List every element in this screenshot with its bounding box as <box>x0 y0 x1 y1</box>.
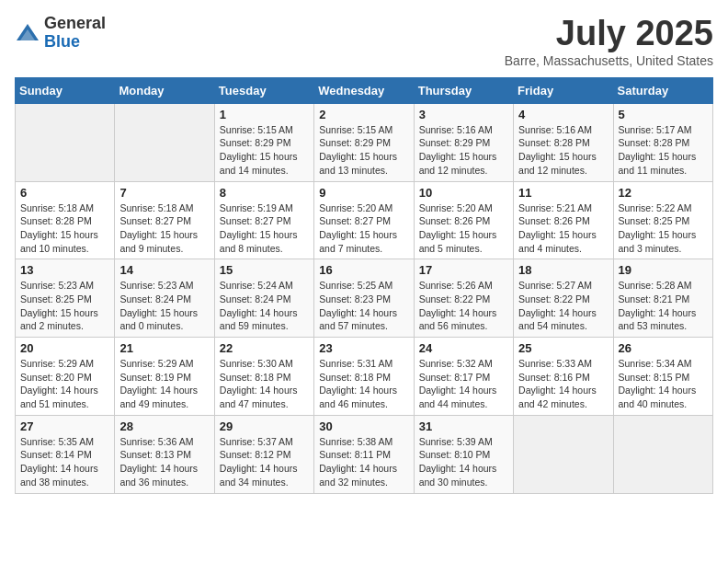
day-number: 25 <box>518 341 608 355</box>
calendar-week-row: 27Sunrise: 5:35 AMSunset: 8:14 PMDayligh… <box>16 415 713 493</box>
calendar-week-row: 6Sunrise: 5:18 AMSunset: 8:28 PMDaylight… <box>16 181 713 259</box>
calendar-cell: 7Sunrise: 5:18 AMSunset: 8:27 PMDaylight… <box>115 181 214 259</box>
day-info: Sunrise: 5:36 AMSunset: 8:13 PMDaylight:… <box>119 435 209 489</box>
day-info: Sunrise: 5:28 AMSunset: 8:21 PMDaylight:… <box>619 279 708 333</box>
calendar-header-row: SundayMondayTuesdayWednesdayThursdayFrid… <box>16 77 713 103</box>
day-number: 31 <box>419 419 508 433</box>
weekday-header-monday: Monday <box>115 77 214 103</box>
day-number: 14 <box>119 263 209 277</box>
calendar-cell: 23Sunrise: 5:31 AMSunset: 8:18 PMDayligh… <box>314 338 414 416</box>
day-info: Sunrise: 5:37 AMSunset: 8:12 PMDaylight:… <box>220 435 309 489</box>
day-number: 12 <box>619 186 708 200</box>
day-info: Sunrise: 5:15 AMSunset: 8:29 PMDaylight:… <box>319 123 408 178</box>
day-info: Sunrise: 5:39 AMSunset: 8:10 PMDaylight:… <box>419 435 508 489</box>
day-info: Sunrise: 5:16 AMSunset: 8:29 PMDaylight:… <box>419 123 508 178</box>
day-info: Sunrise: 5:25 AMSunset: 8:23 PMDaylight:… <box>319 279 408 333</box>
day-info: Sunrise: 5:29 AMSunset: 8:20 PMDaylight:… <box>20 357 109 411</box>
day-number: 8 <box>220 186 309 200</box>
day-info: Sunrise: 5:20 AMSunset: 8:27 PMDaylight:… <box>319 201 408 256</box>
day-info: Sunrise: 5:23 AMSunset: 8:24 PMDaylight:… <box>119 279 209 333</box>
day-number: 21 <box>119 341 209 355</box>
day-info: Sunrise: 5:31 AMSunset: 8:18 PMDaylight:… <box>319 357 408 411</box>
calendar-cell: 6Sunrise: 5:18 AMSunset: 8:28 PMDaylight… <box>16 181 115 259</box>
calendar-cell: 10Sunrise: 5:20 AMSunset: 8:26 PMDayligh… <box>414 181 513 259</box>
day-info: Sunrise: 5:35 AMSunset: 8:14 PMDaylight:… <box>20 435 109 489</box>
day-number: 15 <box>220 263 309 277</box>
calendar-cell: 25Sunrise: 5:33 AMSunset: 8:16 PMDayligh… <box>514 338 613 416</box>
day-number: 30 <box>319 419 408 433</box>
day-number: 7 <box>119 186 209 200</box>
calendar-cell: 3Sunrise: 5:16 AMSunset: 8:29 PMDaylight… <box>414 103 513 181</box>
calendar-cell: 21Sunrise: 5:29 AMSunset: 8:19 PMDayligh… <box>115 338 214 416</box>
day-info: Sunrise: 5:32 AMSunset: 8:17 PMDaylight:… <box>419 357 508 411</box>
day-number: 9 <box>319 186 408 200</box>
day-info: Sunrise: 5:23 AMSunset: 8:25 PMDaylight:… <box>20 279 109 333</box>
day-number: 16 <box>319 263 408 277</box>
calendar-cell: 18Sunrise: 5:27 AMSunset: 8:22 PMDayligh… <box>514 259 613 338</box>
month-title: July 2025 <box>505 15 713 53</box>
calendar-cell: 27Sunrise: 5:35 AMSunset: 8:14 PMDayligh… <box>16 415 115 493</box>
day-info: Sunrise: 5:33 AMSunset: 8:16 PMDaylight:… <box>518 357 608 411</box>
calendar-cell: 9Sunrise: 5:20 AMSunset: 8:27 PMDaylight… <box>314 181 414 259</box>
day-info: Sunrise: 5:17 AMSunset: 8:28 PMDaylight:… <box>619 123 708 178</box>
calendar-table: SundayMondayTuesdayWednesdayThursdayFrid… <box>15 77 713 494</box>
weekday-header-tuesday: Tuesday <box>214 77 313 103</box>
day-number: 10 <box>419 186 508 200</box>
day-info: Sunrise: 5:15 AMSunset: 8:29 PMDaylight:… <box>220 123 309 178</box>
day-number: 22 <box>220 341 309 355</box>
calendar-cell: 28Sunrise: 5:36 AMSunset: 8:13 PMDayligh… <box>115 415 214 493</box>
calendar-cell: 2Sunrise: 5:15 AMSunset: 8:29 PMDaylight… <box>314 103 414 181</box>
calendar-cell: 16Sunrise: 5:25 AMSunset: 8:23 PMDayligh… <box>314 259 414 338</box>
calendar-cell: 24Sunrise: 5:32 AMSunset: 8:17 PMDayligh… <box>414 338 513 416</box>
logo: General Blue <box>15 15 106 52</box>
calendar-cell: 26Sunrise: 5:34 AMSunset: 8:15 PMDayligh… <box>613 338 712 416</box>
calendar-cell: 19Sunrise: 5:28 AMSunset: 8:21 PMDayligh… <box>613 259 712 338</box>
day-number: 19 <box>619 263 708 277</box>
logo-general: General <box>44 15 106 33</box>
day-info: Sunrise: 5:24 AMSunset: 8:24 PMDaylight:… <box>220 279 309 333</box>
day-number: 3 <box>419 108 508 121</box>
day-info: Sunrise: 5:22 AMSunset: 8:25 PMDaylight:… <box>619 201 708 256</box>
day-number: 13 <box>20 263 109 277</box>
calendar-week-row: 13Sunrise: 5:23 AMSunset: 8:25 PMDayligh… <box>16 259 713 338</box>
calendar-week-row: 1Sunrise: 5:15 AMSunset: 8:29 PMDaylight… <box>16 103 713 181</box>
day-number: 18 <box>518 263 608 277</box>
calendar-cell: 8Sunrise: 5:19 AMSunset: 8:27 PMDaylight… <box>214 181 313 259</box>
calendar-cell: 1Sunrise: 5:15 AMSunset: 8:29 PMDaylight… <box>214 103 313 181</box>
day-number: 29 <box>220 419 309 433</box>
page-header: General Blue July 2025 Barre, Massachuse… <box>15 15 713 68</box>
calendar-cell: 5Sunrise: 5:17 AMSunset: 8:28 PMDaylight… <box>613 103 712 181</box>
calendar-cell: 4Sunrise: 5:16 AMSunset: 8:28 PMDaylight… <box>514 103 613 181</box>
calendar-cell: 15Sunrise: 5:24 AMSunset: 8:24 PMDayligh… <box>214 259 313 338</box>
day-number: 26 <box>619 341 708 355</box>
day-number: 28 <box>119 419 209 433</box>
day-info: Sunrise: 5:18 AMSunset: 8:28 PMDaylight:… <box>20 201 109 256</box>
day-number: 23 <box>319 341 408 355</box>
calendar-cell: 12Sunrise: 5:22 AMSunset: 8:25 PMDayligh… <box>613 181 712 259</box>
day-number: 11 <box>518 186 608 200</box>
logo-text: General Blue <box>44 15 106 52</box>
calendar-cell <box>514 415 613 493</box>
day-number: 27 <box>20 419 109 433</box>
day-info: Sunrise: 5:20 AMSunset: 8:26 PMDaylight:… <box>419 201 508 256</box>
day-info: Sunrise: 5:26 AMSunset: 8:22 PMDaylight:… <box>419 279 508 333</box>
calendar-cell: 29Sunrise: 5:37 AMSunset: 8:12 PMDayligh… <box>214 415 313 493</box>
day-number: 24 <box>419 341 508 355</box>
calendar-cell <box>16 103 115 181</box>
calendar-cell: 30Sunrise: 5:38 AMSunset: 8:11 PMDayligh… <box>314 415 414 493</box>
weekday-header-friday: Friday <box>514 77 613 103</box>
calendar-cell <box>115 103 214 181</box>
day-number: 20 <box>20 341 109 355</box>
day-info: Sunrise: 5:38 AMSunset: 8:11 PMDaylight:… <box>319 435 408 489</box>
weekday-header-saturday: Saturday <box>613 77 712 103</box>
weekday-header-thursday: Thursday <box>414 77 513 103</box>
day-number: 17 <box>419 263 508 277</box>
day-number: 5 <box>619 108 708 121</box>
logo-blue: Blue <box>44 33 106 52</box>
weekday-header-wednesday: Wednesday <box>314 77 414 103</box>
day-number: 4 <box>518 108 608 121</box>
location: Barre, Massachusetts, United States <box>505 53 713 68</box>
day-info: Sunrise: 5:16 AMSunset: 8:28 PMDaylight:… <box>518 123 608 178</box>
calendar-week-row: 20Sunrise: 5:29 AMSunset: 8:20 PMDayligh… <box>16 338 713 416</box>
logo-icon <box>15 20 40 46</box>
